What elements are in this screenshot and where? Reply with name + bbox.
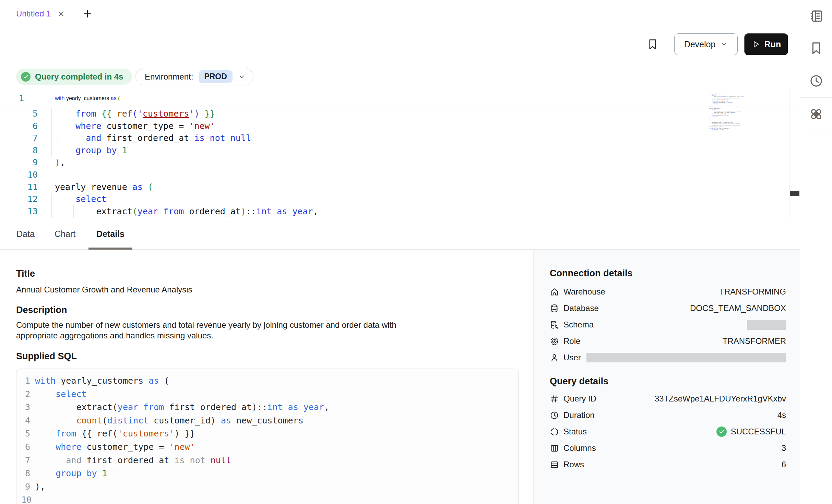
detail-row-schema: Schema <box>550 316 786 333</box>
schema-icon <box>550 320 559 329</box>
loader-icon <box>550 427 559 436</box>
code-line: 9), <box>21 480 518 494</box>
code-line: 6 where customer_type = 'new' <box>21 441 518 454</box>
query-status-text: Query completed in 4s <box>35 72 123 82</box>
detail-value: 6 <box>782 460 786 469</box>
editor-scrollbar-track <box>789 90 790 218</box>
supplied-sql-block: 1with yearly_customers as (2 select3 ext… <box>16 369 519 504</box>
explore-icon <box>809 107 823 121</box>
detail-row-database: DatabaseDOCS_TEAM_SANDBOX <box>550 300 786 316</box>
run-label: Run <box>764 39 781 49</box>
detail-row-columns: Columns3 <box>550 440 786 456</box>
code-line: 8 group by 1 <box>21 467 518 480</box>
tab-label: Untitled 1 <box>16 9 51 19</box>
detail-row-status: StatusSUCCESSFUL <box>550 423 786 440</box>
description-heading: Description <box>16 305 67 315</box>
detail-label: Database <box>563 303 599 313</box>
clock-icon <box>550 411 559 420</box>
detail-row-user: User <box>550 349 786 366</box>
warehouse-icon <box>550 287 559 297</box>
code-line: 5 from {{ ref('customers') }} <box>21 427 518 441</box>
editor-sticky-line: 1with yearly_customers as ( <box>0 90 800 107</box>
run-button[interactable]: Run <box>744 33 788 55</box>
detail-label: Rows <box>563 460 584 469</box>
ref-link[interactable]: customers <box>143 109 189 119</box>
detail-value <box>747 320 786 330</box>
code-line: 10 <box>21 493 518 504</box>
sql-editor[interactable]: 5 from {{ ref('customers') }}6 where cus… <box>0 90 800 218</box>
detail-value: 3 <box>782 443 786 453</box>
code-line: 8 group by 1 <box>0 144 754 157</box>
connection-details-heading: Connection details <box>550 268 633 279</box>
environment-value-chip: PROD <box>199 70 232 83</box>
hash-icon <box>550 394 559 404</box>
detail-value: DOCS_TEAM_SANDBOX <box>690 303 786 313</box>
editor-code-lines: 5 from {{ ref('customers') }}6 where cus… <box>0 108 754 217</box>
detail-label: User <box>563 353 581 362</box>
environment-label: Environment: <box>145 72 193 82</box>
detail-value: TRANSFORMING <box>719 287 786 297</box>
new-tab-button[interactable] <box>82 9 93 19</box>
code-line: 12 select <box>0 193 754 205</box>
code-line: 11yearly_revenue as ( <box>0 181 754 193</box>
code-line: 10 <box>0 169 754 181</box>
code-line: 7 and first_ordered_at is not null <box>21 454 518 467</box>
tab-bar: Untitled 1 <box>0 0 800 27</box>
chevron-down-icon <box>238 73 246 81</box>
query-status-pill: Query completed in 4s <box>16 69 132 85</box>
code-line: 3 extract(year from first_ordered_at)::i… <box>21 401 518 414</box>
detail-value: SUCCESSFUL <box>716 427 786 437</box>
rail-item-history[interactable] <box>800 64 832 98</box>
code-line: 9), <box>0 156 754 169</box>
code-line: 6 where customer_type = 'new' <box>0 120 754 132</box>
supplied-sql-lines: 1with yearly_customers as (2 select3 ext… <box>21 374 518 504</box>
develop-label: Develop <box>684 39 716 49</box>
detail-label: Schema <box>563 320 594 329</box>
detail-row-warehouse: WarehouseTRANSFORMING <box>550 284 786 300</box>
connection-details-rows: WarehouseTRANSFORMINGDatabaseDOCS_TEAM_S… <box>550 284 786 366</box>
detail-label: Warehouse <box>563 287 605 297</box>
detail-value: TRANSFORMER <box>723 336 786 346</box>
database-icon <box>550 304 559 313</box>
code-line: 13 extract(year from ordered_at)::int as… <box>0 205 754 218</box>
results-tab-bar: Data Chart Details <box>0 218 800 250</box>
tab-untitled-1[interactable]: Untitled 1 <box>0 0 76 27</box>
notebook-icon <box>809 9 823 23</box>
role-icon <box>550 337 559 346</box>
code-line: 4 count(distinct customer_id) as new_cus… <box>21 414 518 428</box>
user-icon <box>550 353 559 362</box>
detail-value: 4s <box>777 410 786 420</box>
play-icon <box>751 40 760 49</box>
tab-details[interactable]: Details <box>88 218 132 250</box>
develop-dropdown[interactable]: Develop <box>674 33 738 55</box>
supplied-sql-heading: Supplied SQL <box>16 351 77 362</box>
columns-icon <box>550 444 559 453</box>
tab-chart[interactable]: Chart <box>50 218 80 250</box>
detail-label: Duration <box>563 410 595 420</box>
rows-icon <box>550 460 559 469</box>
code-line: 7 and first_ordered_at is not null <box>0 132 754 144</box>
rail-item-notebook[interactable] <box>800 0 832 32</box>
description-value: Compute the number of new customers and … <box>16 320 436 341</box>
editor-minimap[interactable]: with yearly_customers as ( select extrac… <box>709 93 750 132</box>
code-line: 1with yearly_customers as ( <box>21 374 518 388</box>
check-icon <box>21 72 31 82</box>
rail-item-bookmark[interactable] <box>800 32 832 64</box>
query-details-heading: Query details <box>550 376 608 387</box>
redacted-value <box>747 320 786 330</box>
redacted-value <box>586 353 786 362</box>
tab-data[interactable]: Data <box>12 218 39 250</box>
detail-label: Role <box>563 336 580 346</box>
environment-selector[interactable]: Environment: PROD <box>135 68 253 85</box>
code-line: 5 from {{ ref('customers') }} <box>0 108 754 120</box>
success-check-icon <box>716 427 727 437</box>
chevron-down-icon <box>720 40 728 48</box>
rail-item-explore[interactable] <box>800 98 832 131</box>
editor-scrollbar-thumb[interactable] <box>790 191 799 196</box>
detail-label: Columns <box>563 443 596 453</box>
query-details-rows: Query ID33TZseWpe1ALFDUYerxR1gVKxbvDurat… <box>550 391 786 473</box>
bookmark-icon[interactable] <box>646 37 659 51</box>
title-value: Annual Customer Growth and Revenue Analy… <box>16 284 192 295</box>
detail-row-query-id: Query ID33TZseWpe1ALFDUYerxR1gVKxbv <box>550 391 786 407</box>
close-icon[interactable] <box>57 10 65 18</box>
